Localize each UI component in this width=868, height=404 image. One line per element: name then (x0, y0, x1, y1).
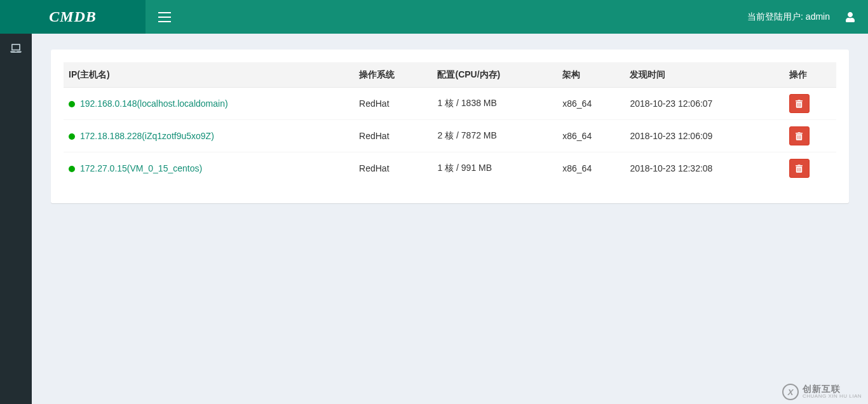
sidebar (0, 34, 32, 404)
col-config: 配置(CPU/内存) (432, 63, 557, 88)
host-link[interactable]: 192.168.0.148(localhost.localdomain) (80, 98, 228, 109)
col-arch: 架构 (557, 63, 625, 88)
table-row: 192.168.0.148(localhost.localdomain) Red… (64, 88, 836, 120)
table-row: 172.18.188.228(iZq1zotf9u5xo9Z) RedHat 2… (64, 120, 836, 152)
cell-os: RedHat (354, 152, 432, 185)
col-action: 操作 (784, 63, 836, 88)
cell-config: 2 核 / 7872 MB (432, 120, 557, 152)
cell-discovered: 2018-10-23 12:06:07 (625, 88, 783, 120)
content-area: IP(主机名) 操作系统 配置(CPU/内存) 架构 发现时间 操作 192.1… (32, 34, 868, 404)
col-ip: IP(主机名) (64, 63, 354, 88)
delete-button[interactable] (789, 94, 810, 113)
app-logo[interactable]: CMDB (49, 8, 97, 25)
status-dot-icon (69, 166, 75, 172)
cell-arch: x86_64 (557, 152, 625, 185)
col-os: 操作系统 (354, 63, 432, 88)
laptop-icon (10, 44, 22, 53)
table-row: 172.27.0.15(VM_0_15_centos) RedHat 1 核 /… (64, 152, 836, 185)
cell-discovered: 2018-10-23 12:06:09 (625, 120, 783, 152)
delete-button[interactable] (789, 159, 810, 178)
host-link[interactable]: 172.18.188.228(iZq1zotf9u5xo9Z) (80, 131, 214, 141)
status-dot-icon (69, 133, 75, 140)
watermark-sub: CHUANG XIN HU LIAN (803, 394, 862, 400)
watermark-logo-icon: X (782, 384, 799, 400)
watermark-main: 创新互联 (803, 384, 862, 394)
host-link[interactable]: 172.27.0.15(VM_0_15_centos) (80, 163, 202, 173)
top-right: 当前登陆用户: admin (747, 11, 855, 23)
cell-arch: x86_64 (557, 88, 625, 120)
trash-icon (796, 100, 803, 108)
watermark: X 创新互联 CHUANG XIN HU LIAN (782, 384, 862, 400)
sidebar-item-hosts[interactable] (0, 34, 32, 62)
cell-os: RedHat (354, 88, 432, 120)
hosts-panel: IP(主机名) 操作系统 配置(CPU/内存) 架构 发现时间 操作 192.1… (51, 50, 849, 203)
cell-os: RedHat (354, 120, 432, 152)
user-icon[interactable] (845, 12, 855, 22)
hosts-table: IP(主机名) 操作系统 配置(CPU/内存) 架构 发现时间 操作 192.1… (64, 62, 836, 184)
trash-icon (796, 165, 803, 173)
cell-arch: x86_64 (557, 120, 625, 152)
status-dot-icon (69, 101, 75, 107)
col-discovered: 发现时间 (625, 63, 783, 88)
menu-toggle-icon[interactable] (158, 12, 171, 22)
delete-button[interactable] (789, 126, 810, 145)
cell-config: 1 核 / 991 MB (432, 152, 557, 185)
current-user-label: 当前登陆用户: admin (747, 11, 830, 23)
cell-discovered: 2018-10-23 12:32:08 (625, 152, 783, 185)
cell-config: 1 核 / 1838 MB (432, 88, 557, 120)
trash-icon (796, 132, 803, 140)
top-bar: 当前登陆用户: admin (146, 0, 868, 34)
logo-bar: CMDB (0, 0, 146, 34)
